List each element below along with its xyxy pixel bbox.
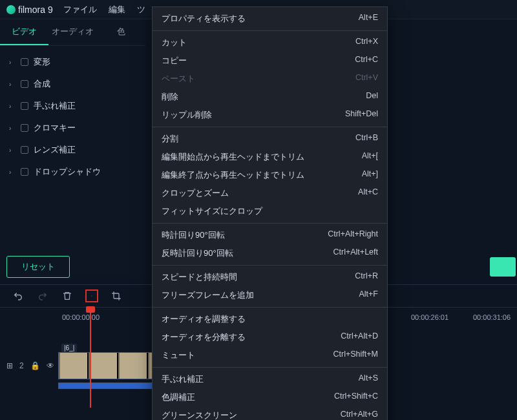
menu-item[interactable]: 編集終了点から再生ヘッドまでトリムAlt+] [153,166,387,184]
menu-item[interactable]: コピーCtrl+C [153,52,387,70]
menu-item[interactable]: オーディオを調整する [153,310,387,328]
menu-item-label: プロパティを表示する [162,13,246,25]
svg-point-1 [91,296,92,297]
menu-item-label: 編集終了点から再生ヘッドまでトリム [162,169,304,181]
menu-item[interactable]: クロップとズームAlt+C [153,184,387,202]
brand-text: filmora 9 [18,5,53,15]
menu-item[interactable]: 時計回り90°回転Ctrl+Alt+Right [153,226,387,244]
brand: filmora 9 [6,5,53,15]
menu-item[interactable]: オーディオを分離するCtrl+Alt+D [153,328,387,346]
menu-item-shortcut: Alt+C [358,187,378,199]
fx-composite[interactable]: ›合成 [4,73,142,95]
menu-item[interactable]: リップル削除Shift+Del [153,106,387,124]
menu-item[interactable]: 色調補正Ctrl+Shift+C [153,388,387,406]
menu-item[interactable]: グリーンスクリーンCtrl+Alt+G [153,406,387,420]
scissors-icon[interactable] [85,289,98,302]
menu-item-label: 削除 [162,91,178,103]
menu-item[interactable]: 削除Del [153,88,387,106]
brand-icon [6,5,16,14]
reset-button[interactable]: リセット [6,256,70,278]
menu-item-label: オーディオを調整する [162,313,246,325]
lock-icon[interactable]: 🔒 [30,361,40,370]
menu-item-label: スピードと持続時間 [162,271,237,283]
menu-item-label: クロップとズーム [162,187,229,199]
svg-point-0 [91,295,92,296]
checkbox-icon[interactable] [21,58,28,66]
undo-icon[interactable] [12,289,25,302]
menu-item-shortcut: Ctrl+Alt+Left [333,247,378,259]
menu-item-shortcut: Ctrl+Alt+Right [328,229,378,241]
menu-item[interactable]: 編集開始点から再生ヘッドまでトリムAlt+[ [153,148,387,166]
menu-item-shortcut: Alt+] [362,169,378,181]
menu-item: ペーストCtrl+V [153,70,387,88]
playhead[interactable] [90,308,91,408]
menu-edit[interactable]: 編集 [109,4,125,16]
tab-color[interactable]: 色 [97,19,145,45]
menu-item-shortcut: Ctrl+Shift+M [333,350,378,361]
fx-chromakey[interactable]: ›クロマキー [4,117,142,139]
chevron-right-icon: › [9,147,16,154]
fx-dropshadow[interactable]: ›ドロップシャドウ [4,161,142,183]
checkbox-icon[interactable] [21,102,28,110]
menu-item-label: フィットサイズにクロップ [162,205,262,217]
menu-item-label: 分割 [162,133,178,145]
tab-audio[interactable]: オーディオ [48,19,97,45]
fx-label: 合成 [34,78,50,90]
crop-icon[interactable] [110,289,123,302]
menu-item-label: 編集開始点から再生ヘッドまでトリム [162,151,304,163]
menu-item[interactable]: カットCtrl+X [153,34,387,52]
chevron-right-icon: › [9,81,16,88]
menu-item-shortcut: Del [366,91,378,103]
checkbox-icon[interactable] [21,146,28,154]
menu-item[interactable]: プロパティを表示するAlt+E [153,10,387,28]
clip-label: |6_| [61,344,77,352]
eye-icon[interactable]: 👁 [47,361,54,370]
menu-separator [153,265,387,266]
menu-item-shortcut: Alt+E [359,13,378,25]
menu-separator [153,127,387,127]
menu-item-label: グリーンスクリーン [162,410,237,420]
fx-transform[interactable]: ›変形 [4,51,142,73]
menu-item-shortcut: Alt+[ [362,151,378,163]
checkbox-icon[interactable] [21,80,28,88]
menu-item-shortcut: Ctrl+X [355,37,378,48]
menu-item-label: 時計回り90°回転 [162,229,225,241]
chevron-right-icon: › [9,103,16,110]
menu-item-label: 反時計回り90°回転 [162,247,233,259]
menu-separator [153,223,387,224]
menu-file[interactable]: ファイル [63,4,97,16]
menu-item[interactable]: フィットサイズにクロップ [153,202,387,220]
menu-item-label: コピー [162,55,187,67]
chevron-right-icon: › [9,125,16,132]
menu-item[interactable]: 反時計回り90°回転Ctrl+Alt+Left [153,244,387,262]
menu-item-label: 色調補正 [162,392,195,403]
menu-tools[interactable]: ツ [137,4,145,16]
checkbox-icon[interactable] [21,124,28,132]
menu-item[interactable]: ミュートCtrl+Shift+M [153,346,387,364]
confirm-button[interactable] [490,257,516,277]
track-header: ⊞ 2 🔒 👁 [0,361,58,370]
fx-stabilize[interactable]: ›手ぶれ補正 [4,95,142,117]
menu-item-shortcut: Ctrl+V [355,73,378,85]
menu-item-shortcut: Shift+Del [345,109,378,121]
effect-tabs: ビデオ オーディオ 色 [0,19,145,46]
redo-icon[interactable] [36,289,49,302]
chevron-right-icon: › [9,59,16,66]
menu-item[interactable]: 手ぶれ補正Alt+S [153,370,387,388]
menu-item[interactable]: 分割Ctrl+B [153,130,387,148]
chevron-right-icon: › [9,169,16,176]
menu-item-shortcut: Ctrl+B [355,133,378,145]
menu-item[interactable]: フリーズフレームを追加Alt+F [153,286,387,304]
menu-item[interactable]: スピードと持続時間Ctrl+R [153,268,387,286]
trash-icon[interactable] [61,289,74,302]
checkbox-icon[interactable] [21,168,28,176]
menu-separator [153,307,387,308]
track-options-icon[interactable]: ⊞ [6,361,13,370]
tab-video[interactable]: ビデオ [0,19,48,45]
menu-item-label: リップル削除 [162,109,212,121]
effects-sidebar: ビデオ オーディオ 色 ›変形 ›合成 ›手ぶれ補正 ›クロマキー ›レンズ補正… [0,19,145,278]
menu-item-shortcut: Ctrl+C [355,55,378,67]
fx-label: 手ぶれ補正 [34,100,76,112]
fx-label: レンズ補正 [34,144,76,156]
fx-lens[interactable]: ›レンズ補正 [4,139,142,161]
